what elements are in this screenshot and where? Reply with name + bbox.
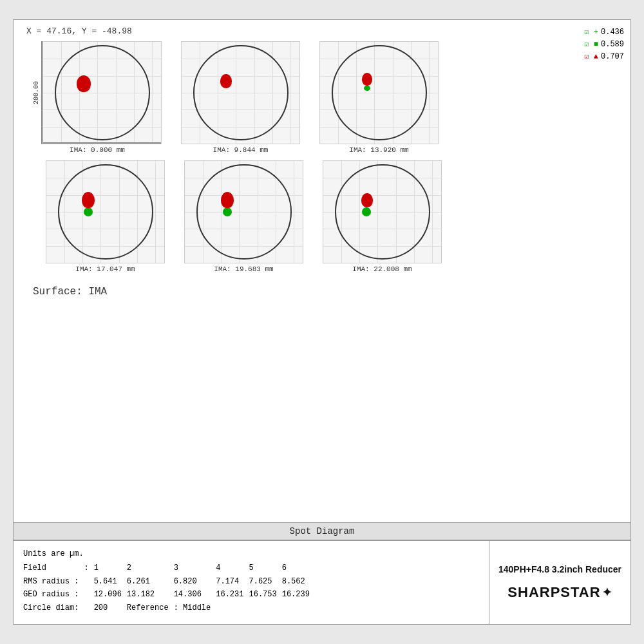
y-axis-label: 200.00 — [33, 81, 40, 104]
circle-col3: : Middle — [174, 601, 216, 614]
geo-col1: 12.096 — [94, 588, 127, 601]
circle-2 — [193, 45, 289, 140]
spot-green-3 — [364, 86, 370, 91]
geo-row: GEO radius : 12.096 13.182 14.306 16.231… — [23, 588, 315, 601]
circle-5 — [196, 164, 292, 260]
spot-green-5 — [223, 207, 232, 216]
geo-col2: 13.182 — [127, 588, 174, 601]
rms-col5: 7.625 — [249, 575, 281, 588]
circle-col2: Reference — [127, 601, 174, 614]
legend: ☑ + 0.436 ☑ ■ 0.589 ☑ ▲ 0.707 — [584, 26, 624, 64]
ima-label-4: IMA: 17.047 mm — [75, 265, 135, 273]
circle-3 — [332, 45, 427, 140]
rms-col6: 8.562 — [282, 575, 315, 588]
legend-item-3: ☑ ▲ 0.707 — [584, 51, 624, 63]
data-table: Units are µm. Field : 1 2 3 4 5 6 RMS ra… — [14, 541, 489, 624]
circle-col1: 200 — [94, 601, 127, 614]
geo-label: GEO radius : — [23, 588, 84, 601]
rms-col3: 6.820 — [174, 575, 216, 588]
rms-label: RMS radius : — [23, 575, 84, 588]
diagram-item-3: IMA: 13.920 mm — [319, 41, 439, 154]
stats-table: Field : 1 2 3 4 5 6 RMS radius : 5.641 6… — [23, 562, 315, 614]
units-label: Units are µm. — [23, 547, 479, 560]
diagram-row-1: 200.00 — [33, 41, 611, 154]
geo-col3: 14.306 — [174, 588, 216, 601]
diagram-item-4: IMA: 17.047 mm — [46, 160, 165, 273]
legend-value-2: 0.589 — [601, 39, 624, 51]
legend-symbol-2: ☑ ■ — [584, 39, 598, 51]
diagram-item-2: IMA: 9.844 mm — [181, 41, 300, 154]
diagram-item-5: IMA: 19.683 mm — [184, 160, 303, 273]
diagram-box-5 — [184, 160, 303, 263]
circle-label: Circle diam: — [23, 601, 84, 614]
geo-col5: 16.753 — [249, 588, 281, 601]
logo-text: SHARPSTAR — [507, 584, 600, 601]
legend-value-3: 0.707 — [601, 51, 624, 63]
star-icon: ✦ — [602, 585, 612, 600]
bottom-section: Units are µm. Field : 1 2 3 4 5 6 RMS ra… — [14, 540, 630, 624]
diagram-box-4 — [46, 160, 165, 263]
ima-label-5: IMA: 19.683 mm — [214, 265, 273, 273]
logo-section: 140PH+F4.8 3.2inch Reducer SHARPSTAR✦ — [489, 541, 630, 624]
legend-item-1: ☑ + 0.436 — [584, 26, 624, 39]
sharpstar-logo: SHARPSTAR✦ — [507, 584, 612, 601]
spot-red-4 — [82, 192, 95, 208]
legend-item-2: ☑ ■ 0.589 — [584, 39, 624, 51]
ima-label-6: IMA: 22.008 mm — [352, 265, 412, 273]
geo-col6: 16.239 — [282, 588, 315, 601]
diagram-box-2 — [181, 41, 300, 144]
diagrams-area: 200.00 — [20, 41, 624, 273]
ima-label-1: IMA: 0.000 mm — [70, 146, 125, 154]
field-colon: : — [84, 562, 93, 574]
legend-value-1: 0.436 — [601, 26, 624, 39]
spot-diagram-title: Spot Diagram — [14, 522, 630, 540]
field-row: Field : 1 2 3 4 5 6 — [23, 562, 315, 574]
diagram-item-6: IMA: 22.008 mm — [323, 160, 442, 273]
top-section: X = 47.16, Y = -48.98 ☑ + 0.436 ☑ ■ 0.58… — [14, 20, 630, 522]
legend-symbol-3: ☑ ▲ — [584, 51, 598, 63]
spot-green-6 — [362, 207, 371, 216]
diagram-box-6 — [323, 160, 442, 263]
ima-label-2: IMA: 9.844 mm — [213, 146, 269, 154]
field-col5: 5 — [249, 562, 281, 574]
field-col6: 6 — [282, 562, 315, 574]
coords-label: X = 47.16, Y = -48.98 — [26, 26, 624, 36]
circle-row: Circle diam: 200 Reference : Middle — [23, 601, 315, 614]
diagram-box-3 — [319, 41, 439, 144]
legend-symbol-1: ☑ + — [584, 26, 598, 39]
rms-col2: 6.261 — [127, 575, 174, 588]
spot-red-5 — [221, 192, 234, 208]
product-name: 140PH+F4.8 3.2inch Reducer — [498, 564, 621, 574]
field-col1: 1 — [94, 562, 127, 574]
spot-red-1 — [77, 75, 91, 92]
diagram-item-1: 200.00 — [33, 41, 162, 154]
rms-col1: 5.641 — [94, 575, 127, 588]
circle-4 — [58, 164, 153, 260]
circle-1 — [55, 45, 150, 140]
ima-label-3: IMA: 13.920 mm — [349, 146, 408, 154]
diagram-row-2: IMA: 17.047 mm — [46, 160, 611, 273]
field-col3: 3 — [174, 562, 216, 574]
field-col4: 4 — [216, 562, 249, 574]
rms-col4: 7.174 — [216, 575, 249, 588]
spot-green-4 — [84, 207, 93, 216]
circle-6 — [335, 164, 430, 260]
outer-container: X = 47.16, Y = -48.98 ☑ + 0.436 ☑ ■ 0.58… — [0, 0, 644, 644]
rms-row: RMS radius : 5.641 6.261 6.820 7.174 7.6… — [23, 575, 315, 588]
field-label: Field — [23, 562, 84, 574]
spot-red-3 — [362, 73, 372, 86]
spot-red-6 — [361, 193, 373, 207]
spot-red-2 — [220, 74, 232, 88]
diagram-wrapper-1: 200.00 — [33, 41, 162, 144]
surface-label: Surface: IMA — [20, 281, 624, 301]
field-col2: 2 — [127, 562, 174, 574]
main-panel: X = 47.16, Y = -48.98 ☑ + 0.436 ☑ ■ 0.58… — [13, 19, 631, 625]
geo-col4: 16.231 — [216, 588, 249, 601]
diagram-box-1 — [43, 41, 162, 144]
